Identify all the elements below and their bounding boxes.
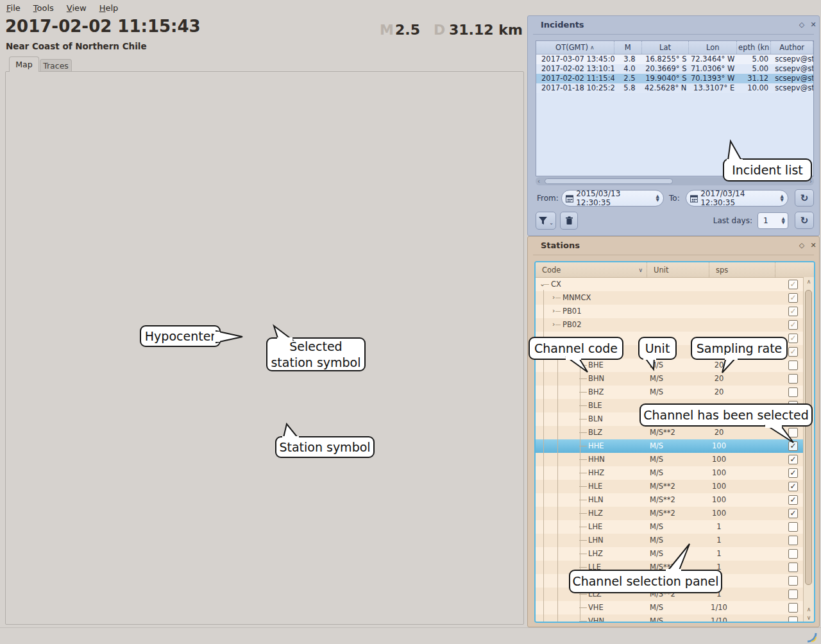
- channel-checkbox[interactable]: ✓: [788, 455, 798, 464]
- filter-button[interactable]: ⌄: [536, 212, 556, 230]
- column-sps[interactable]: sps: [709, 262, 775, 277]
- column-unit[interactable]: Unit: [647, 262, 709, 277]
- header-otgmt[interactable]: OT(GMT)∧: [536, 41, 614, 54]
- channel-checkbox[interactable]: [788, 360, 798, 370]
- channel-unit: M/S: [650, 468, 707, 477]
- tree-row[interactable]: HHZM/S100✓: [536, 466, 804, 480]
- channel-checkbox[interactable]: ✓: [788, 482, 798, 491]
- tree-row[interactable]: ›PB02✓: [536, 318, 804, 332]
- expand-icon[interactable]: ›: [552, 320, 555, 328]
- menu-item-view[interactable]: View: [60, 1, 93, 15]
- callout-tail: [214, 326, 245, 344]
- tree-row[interactable]: HLNM/S**2100✓: [536, 493, 804, 507]
- resize-grip-icon[interactable]: [806, 631, 817, 643]
- tab-traces[interactable]: Traces: [40, 59, 72, 72]
- channel-checkbox[interactable]: [788, 387, 798, 397]
- channel-checkbox[interactable]: [788, 616, 798, 623]
- channel-unit: M/S: [650, 455, 707, 464]
- callout-tail: [268, 317, 295, 343]
- scrollbar-thumb[interactable]: [805, 290, 812, 585]
- channel-checkbox[interactable]: ✓: [788, 280, 798, 289]
- channel-checkbox[interactable]: [788, 589, 798, 599]
- tab-content-frame: [5, 71, 524, 625]
- incidents-table[interactable]: OT(GMT)∧MLatLonepth (knAuthor 2017-03-07…: [536, 40, 814, 176]
- channel-checkbox[interactable]: ✓: [788, 468, 798, 478]
- spinner-arrows-icon[interactable]: ▲▼: [656, 194, 659, 202]
- channel-checkbox[interactable]: [788, 374, 798, 384]
- header-author[interactable]: Author: [771, 41, 813, 54]
- channel-sps: 100: [705, 441, 733, 450]
- tree-row[interactable]: BHZM/S20: [536, 386, 804, 399]
- tree-row[interactable]: HLZM/S**2100✓: [536, 507, 804, 520]
- last-days-spinbox[interactable]: 1 ▲▼: [758, 212, 788, 229]
- channel-checkbox[interactable]: [788, 549, 798, 559]
- channel-checkbox[interactable]: [788, 576, 798, 586]
- header-lat[interactable]: Lat: [642, 41, 690, 54]
- channel-checkbox[interactable]: ✓: [788, 320, 798, 330]
- channel-unit: M/S**2: [650, 495, 707, 504]
- scrollbar-thumb[interactable]: [545, 178, 673, 184]
- scroll-up-icon[interactable]: ∧: [804, 606, 814, 613]
- scroll-left-icon[interactable]: ‹: [537, 177, 540, 185]
- spinner-arrows-icon[interactable]: ▲▼: [781, 194, 784, 202]
- channel-checkbox[interactable]: ✓: [788, 293, 798, 303]
- to-label: To:: [669, 194, 680, 203]
- callout-tail: [659, 539, 694, 574]
- close-panel-icon[interactable]: ✕: [809, 21, 818, 29]
- scroll-down-icon[interactable]: ∨: [804, 614, 814, 621]
- vertical-scrollbar[interactable]: ∧ ∧ ∨: [803, 277, 814, 622]
- expand-icon[interactable]: ›: [552, 307, 555, 315]
- tree-row-label: PB01: [563, 307, 581, 316]
- incident-row[interactable]: 2017-03-07 13:45:073.816.8255° S72.3464°…: [536, 55, 813, 64]
- incident-row[interactable]: 2017-02-02 11:15:432.519.9040° S70.1393°…: [536, 74, 813, 83]
- channel-checkbox[interactable]: [788, 536, 798, 545]
- channel-checkbox[interactable]: [788, 603, 798, 613]
- menu-item-tools[interactable]: Tools: [27, 1, 60, 15]
- from-date-input[interactable]: 2015/03/13 12:30:35 ▲▼: [561, 190, 664, 207]
- channel-checkbox[interactable]: [788, 563, 798, 572]
- incidents-table-header[interactable]: OT(GMT)∧MLatLonepth (knAuthor: [536, 41, 813, 55]
- dropdown-arrow-icon: ⌄: [549, 220, 554, 226]
- to-date-input[interactable]: 2017/03/14 12:30:35 ▲▼: [686, 190, 788, 207]
- tree-header[interactable]: Code∨ Unit sps: [536, 262, 814, 278]
- refresh-button[interactable]: ↻: [795, 212, 814, 229]
- channel-checkbox[interactable]: ✓: [788, 509, 798, 518]
- callout-sampling-rate: Sampling rate: [691, 337, 788, 360]
- channel-sps: 100: [705, 495, 733, 504]
- tree-row[interactable]: ›MNMCX✓: [536, 291, 804, 305]
- tree-row[interactable]: VHEM/S1/10: [536, 601, 804, 614]
- channel-checkbox[interactable]: ✓: [788, 495, 798, 505]
- status-bar: [0, 627, 821, 644]
- menu-item-file[interactable]: File: [0, 1, 27, 15]
- tree-row[interactable]: HHNM/S100✓: [536, 453, 804, 466]
- spinner-arrows-icon[interactable]: ▲▼: [782, 217, 785, 225]
- tab-map[interactable]: Map: [9, 56, 39, 72]
- column-selected[interactable]: [775, 262, 802, 277]
- tree-row[interactable]: ⌄CX✓: [536, 278, 804, 291]
- refresh-button[interactable]: ↻: [795, 189, 814, 207]
- header-lon[interactable]: Lon: [689, 41, 737, 54]
- expand-icon[interactable]: ›: [552, 293, 555, 301]
- float-panel-icon[interactable]: ◇: [797, 21, 806, 29]
- tree-row[interactable]: ›PB01✓: [536, 305, 804, 318]
- channel-sps: 100: [705, 468, 733, 477]
- channel-checkbox[interactable]: ✓: [788, 334, 798, 343]
- tree-row[interactable]: LHEM/S1: [536, 520, 804, 534]
- channel-checkbox[interactable]: [788, 522, 798, 532]
- clear-button[interactable]: [560, 212, 578, 230]
- tree-row-label: PB02: [563, 320, 581, 329]
- column-code[interactable]: Code∨: [536, 262, 647, 277]
- menu-item-help[interactable]: Help: [93, 1, 125, 15]
- incident-row[interactable]: 2017-01-18 10:25:265.842.5628° N13.3107°…: [536, 83, 813, 93]
- tree-row[interactable]: VHNM/S1/10: [536, 614, 804, 623]
- header-epthkn[interactable]: epth (kn: [737, 41, 771, 54]
- incident-row[interactable]: 2017-02-02 13:10:144.020.3669° S71.0306°…: [536, 64, 813, 74]
- channel-checkbox[interactable]: ✓: [788, 347, 798, 357]
- scroll-up-icon[interactable]: ∧: [804, 278, 814, 285]
- header-m[interactable]: M: [614, 41, 642, 54]
- close-panel-icon[interactable]: ✕: [809, 241, 818, 250]
- tree-row[interactable]: HLEM/S**2100✓: [536, 480, 804, 493]
- channel-checkbox[interactable]: ✓: [788, 307, 798, 316]
- float-panel-icon[interactable]: ◇: [797, 241, 806, 250]
- tree-guide-line: [557, 337, 558, 623]
